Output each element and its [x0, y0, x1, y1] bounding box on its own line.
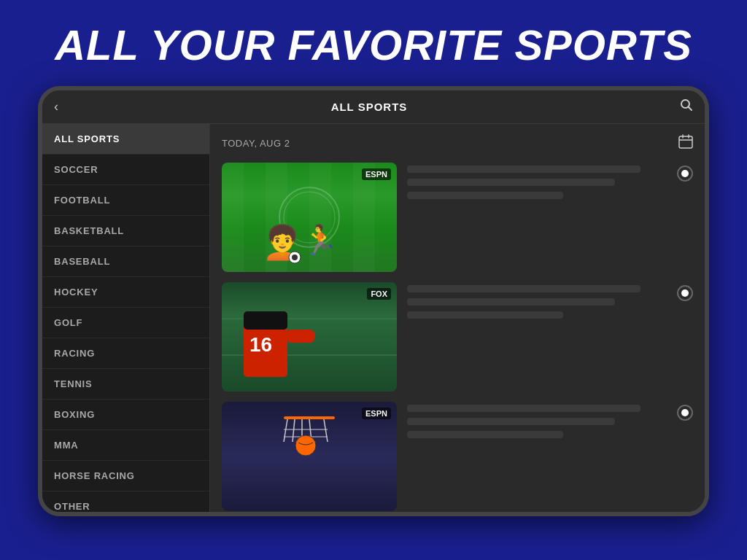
- event-thumbnail-basketball[interactable]: ESPN: [222, 402, 397, 511]
- svg-text:🏃: 🏃: [302, 222, 338, 257]
- event-info-line: [407, 298, 615, 306]
- top-bar-title: ALL SPORTS: [331, 101, 408, 113]
- svg-line-26: [293, 419, 295, 442]
- svg-line-1: [688, 106, 692, 110]
- event-card-soccer: 🧑‍🦱 🏃 ESPN: [222, 163, 693, 272]
- svg-line-25: [284, 419, 287, 442]
- event-info-line: [407, 166, 640, 173]
- network-badge-espn-2: ESPN: [362, 408, 391, 419]
- sidebar-item-horse-racing[interactable]: HORSE RACING: [42, 461, 209, 491]
- sidebar-item-baseball[interactable]: BASEBALL: [42, 246, 209, 277]
- event-info-line: [407, 405, 640, 412]
- record-indicator: [681, 409, 689, 416]
- svg-text:16: 16: [249, 333, 272, 356]
- event-info-line: [407, 431, 563, 438]
- tablet-device: ‹ ALL SPORTS ALL SPORTS SOCCER FOOTBALL …: [38, 86, 709, 516]
- event-action-football[interactable]: [677, 282, 693, 301]
- event-thumbnail-football[interactable]: 16 FOX: [222, 282, 397, 392]
- sidebar-item-football[interactable]: FOOTBALL: [42, 185, 209, 216]
- record-indicator: [681, 289, 689, 297]
- event-thumbnail-soccer[interactable]: 🧑‍🦱 🏃 ESPN: [222, 163, 397, 272]
- record-button-football[interactable]: [677, 285, 693, 301]
- sidebar-item-golf[interactable]: GOLF: [42, 308, 209, 338]
- event-info-football: [407, 282, 667, 324]
- top-bar: ‹ ALL SPORTS: [42, 90, 705, 124]
- back-button[interactable]: ‹: [54, 99, 58, 114]
- record-indicator: [681, 170, 689, 177]
- calendar-icon[interactable]: [678, 134, 693, 152]
- hero-title: ALL YOUR FAVORITE SPORTS: [55, 22, 692, 69]
- event-card-football: 16 FOX: [222, 282, 693, 392]
- svg-rect-7: [222, 163, 244, 272]
- event-info-basketball: [407, 402, 667, 444]
- record-button-basketball[interactable]: [677, 405, 693, 421]
- event-info-soccer: [407, 163, 667, 205]
- event-info-line: [407, 311, 563, 319]
- sidebar-item-boxing[interactable]: BOXING: [42, 400, 209, 430]
- svg-point-32: [295, 435, 316, 456]
- event-action-soccer[interactable]: [677, 163, 693, 182]
- svg-rect-21: [244, 311, 287, 330]
- event-info-line: [407, 179, 615, 186]
- record-button-soccer[interactable]: [677, 166, 693, 182]
- event-action-basketball[interactable]: [677, 402, 693, 421]
- sidebar-item-basketball[interactable]: BASKETBALL: [42, 216, 209, 246]
- svg-rect-24: [284, 416, 335, 419]
- svg-rect-2: [679, 136, 692, 148]
- svg-line-29: [324, 419, 328, 442]
- date-header: TODAY, AUG 2: [222, 134, 693, 152]
- event-info-line: [407, 285, 640, 292]
- event-info-line: [407, 418, 615, 425]
- date-text: TODAY, AUG 2: [222, 138, 290, 149]
- event-info-line: [407, 192, 563, 199]
- sidebar-item-other[interactable]: OTHER: [42, 491, 209, 512]
- svg-rect-22: [286, 330, 315, 343]
- sidebar: ALL SPORTS SOCCER FOOTBALL BASKETBALL BA…: [42, 124, 210, 512]
- sidebar-item-tennis[interactable]: TENNIS: [42, 369, 209, 400]
- sidebar-item-mma[interactable]: MMA: [42, 430, 209, 461]
- main-content: ALL SPORTS SOCCER FOOTBALL BASKETBALL BA…: [42, 124, 705, 512]
- event-card-basketball: ESPN: [222, 402, 693, 511]
- sidebar-item-hockey[interactable]: HOCKEY: [42, 277, 209, 308]
- network-badge-espn: ESPN: [362, 168, 391, 180]
- content-area[interactable]: TODAY, AUG 2: [210, 124, 705, 512]
- sidebar-item-all-sports[interactable]: ALL SPORTS: [42, 124, 209, 155]
- search-button[interactable]: [680, 98, 693, 115]
- svg-point-15: [292, 254, 298, 260]
- network-badge-fox: FOX: [367, 288, 391, 300]
- sidebar-item-soccer[interactable]: SOCCER: [42, 155, 209, 185]
- sidebar-item-racing[interactable]: RACING: [42, 338, 209, 369]
